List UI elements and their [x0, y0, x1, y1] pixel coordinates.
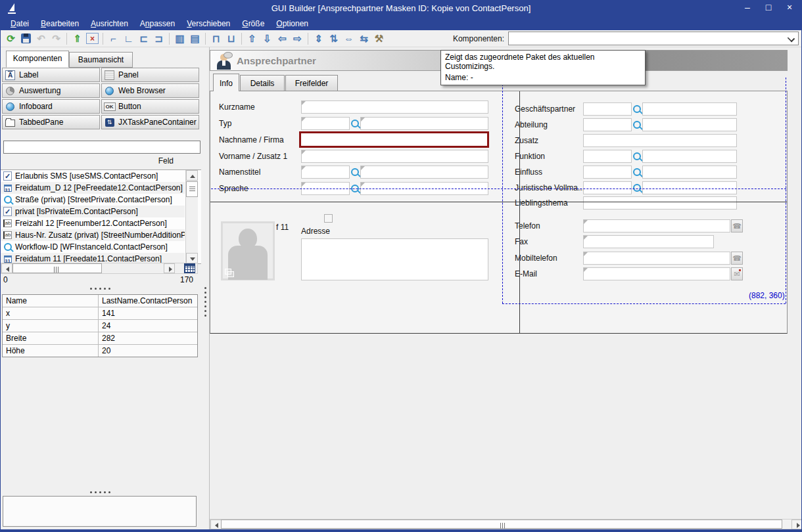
search-icon[interactable]	[350, 166, 360, 179]
table-row[interactable]: y24	[3, 320, 197, 332]
scrollbar-thumb[interactable]	[12, 263, 102, 273]
typ-text-field[interactable]	[360, 117, 488, 130]
namenstitel-text-field[interactable]	[360, 166, 488, 179]
palette-auswertung[interactable]: Auswertung	[2, 83, 100, 98]
menu-datei[interactable]: Datei	[5, 18, 35, 30]
attach-top-icon[interactable]: ⊓	[208, 32, 224, 46]
size-width-icon[interactable]: ⇔	[341, 32, 356, 46]
scroll-up-icon[interactable]	[186, 170, 198, 181]
search-icon[interactable]	[350, 117, 360, 130]
align-bottom-icon[interactable]: ∟	[121, 32, 136, 46]
palette-panel[interactable]: Panel	[101, 68, 199, 82]
scroll-left-icon[interactable]	[1, 263, 12, 273]
lieblingsthema-field[interactable]	[583, 196, 737, 210]
zusatz-field[interactable]	[583, 134, 737, 147]
distribute-rows-icon[interactable]: ▤	[187, 32, 202, 46]
nachname-label[interactable]: Nachname / Firma	[219, 135, 284, 144]
move-right-icon[interactable]: ⇨	[290, 32, 305, 46]
lieblingsthema-label[interactable]: Lieblingsthema	[515, 198, 568, 208]
geschaeftspartner-code-field[interactable]	[583, 102, 632, 116]
checkbox[interactable]	[324, 214, 333, 223]
namenstitel-code-field[interactable]	[301, 166, 350, 179]
menu-verschieben[interactable]: Verschieben	[181, 18, 236, 30]
grid-table-icon[interactable]	[184, 263, 195, 273]
search-icon[interactable]	[632, 166, 642, 179]
search-icon[interactable]	[632, 102, 642, 116]
kurzname-label[interactable]: Kurzname	[219, 102, 255, 112]
palette-button[interactable]: OKButton	[101, 99, 199, 114]
remove-component-icon[interactable]: ×	[86, 33, 99, 44]
list-item[interactable]: Workflow-ID [WFInstanceId.ContactPerson]	[1, 241, 185, 253]
photo-placeholder[interactable]	[221, 221, 275, 280]
search-icon[interactable]	[632, 118, 642, 131]
menu-bearbeiten[interactable]: Bearbeiten	[35, 18, 85, 30]
menu-anpassen[interactable]: Anpassen	[134, 18, 181, 30]
vertical-scrollbar[interactable]	[185, 170, 198, 263]
tab-komponenten[interactable]: Komponenten	[6, 51, 69, 68]
reorder-icon[interactable]: ⇑	[70, 32, 85, 46]
zusatz-label[interactable]: Zusatz	[515, 136, 538, 145]
size-height-icon[interactable]: ⇕	[311, 32, 326, 46]
typ-label[interactable]: Typ	[219, 119, 231, 128]
abteilung-code-field[interactable]	[583, 118, 632, 131]
einfluss-text-field[interactable]	[642, 166, 737, 179]
adresse-label[interactable]: Adresse	[301, 227, 330, 236]
adresse-textarea[interactable]	[301, 238, 488, 280]
customize-icon[interactable]: ⚒	[371, 32, 387, 46]
maximize-button[interactable]: □	[763, 2, 774, 12]
splitter-handle[interactable]	[90, 491, 110, 493]
funktion-code-field[interactable]	[583, 150, 632, 163]
distribute-columns-icon[interactable]: ▥	[172, 32, 187, 46]
splitter-handle[interactable]	[90, 288, 110, 290]
mobiltelefon-field[interactable]	[583, 252, 730, 265]
geschaeftspartner-text-field[interactable]	[642, 102, 737, 116]
move-up-icon[interactable]: ⇧	[245, 32, 260, 46]
abteilung-text-field[interactable]	[642, 118, 737, 131]
list-item[interactable]: abFreizahl 12 [Freenumber12.ContactPerso…	[1, 217, 185, 229]
move-down-icon[interactable]: ⇩	[260, 32, 275, 46]
juristische-vollmacht-label[interactable]: Juristische Vollma...	[515, 183, 584, 192]
menu-groesse[interactable]: Größe	[236, 18, 270, 30]
juristische-text-field[interactable]	[642, 181, 737, 194]
move-left-icon[interactable]: ⇦	[275, 32, 290, 46]
mobiltelefon-label[interactable]: Mobiltelefon	[515, 254, 557, 263]
fax-field[interactable]	[583, 235, 714, 248]
phone-icon[interactable]: ☎	[731, 252, 743, 265]
panel-splitter[interactable]	[201, 47, 209, 529]
scroll-right-icon[interactable]	[164, 263, 175, 273]
align-right-icon[interactable]: ⊐	[151, 32, 166, 46]
menu-ausrichten[interactable]: Ausrichten	[85, 18, 134, 30]
phone-icon[interactable]: ☎	[731, 219, 743, 233]
list-item[interactable]: abHaus-Nr. Zusatz (privat) [StreetNumber…	[1, 229, 185, 241]
refresh-icon[interactable]: ⟳	[3, 32, 18, 46]
tab-info[interactable]: Info	[213, 74, 239, 91]
list-item[interactable]: Straße (privat) [StreetPrivate.ContactPe…	[1, 194, 185, 206]
palette-jxtaskpanecontainer[interactable]: ⇅JXTaskPaneContainer	[101, 115, 199, 129]
nachname-field-selected[interactable]	[299, 131, 489, 148]
scrollbar-thumb[interactable]	[221, 520, 782, 529]
align-left-icon[interactable]: ⊏	[136, 32, 151, 46]
geschaeftspartner-label[interactable]: Geschäftspartner	[515, 104, 575, 114]
field-filter-input[interactable]	[3, 141, 200, 154]
tab-details[interactable]: Details	[240, 75, 285, 91]
size-width-plus-icon[interactable]: ⇆	[356, 32, 371, 46]
table-row[interactable]: Höhe20	[3, 345, 197, 357]
scroll-right-icon[interactable]	[791, 520, 802, 529]
telefon-field[interactable]	[583, 219, 730, 233]
redo-icon[interactable]: ↷	[49, 32, 64, 46]
search-icon[interactable]	[632, 181, 642, 194]
tab-freifelder[interactable]: Freifelder	[285, 75, 338, 91]
size-height-plus-icon[interactable]: ⇅	[326, 32, 341, 46]
list-item[interactable]: ✓Erlaubnis SMS [useSMS.ContactPerson]	[1, 170, 185, 182]
table-row[interactable]: Breite282	[3, 332, 197, 345]
table-row[interactable]: x141	[3, 307, 197, 320]
scroll-down-icon[interactable]	[186, 253, 198, 263]
align-top-icon[interactable]: ⌐	[106, 32, 121, 46]
email-label[interactable]: E-Mail	[515, 269, 537, 278]
horizontal-scrollbar[interactable]	[1, 263, 198, 274]
fax-label[interactable]: Fax	[515, 237, 528, 246]
list-item[interactable]: 31Freidatum_D 12 [PeFreedate12.ContactPe…	[1, 182, 185, 194]
juristische-code-field[interactable]	[583, 181, 632, 194]
search-icon[interactable]	[632, 150, 642, 163]
table-row[interactable]: NameLastName.ContactPerson	[3, 295, 197, 307]
